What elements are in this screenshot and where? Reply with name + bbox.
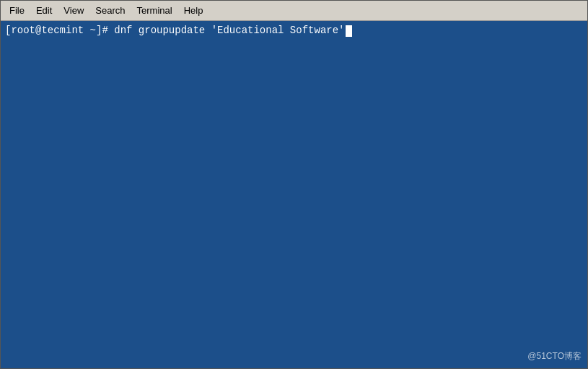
menubar: File Edit View Search Terminal Help [1, 1, 587, 21]
cursor [346, 25, 352, 37]
command-line: [root@tecmint ~]# dnf groupupdate 'Educa… [5, 24, 583, 38]
terminal-window: File Edit View Search Terminal Help [roo… [0, 0, 588, 369]
prompt: [root@tecmint ~]# [5, 24, 114, 38]
menu-file[interactable]: File [4, 3, 30, 18]
menu-help[interactable]: Help [178, 3, 209, 18]
menu-edit[interactable]: Edit [30, 3, 58, 18]
command-text: dnf groupupdate 'Educational Software' [114, 24, 344, 38]
terminal-body[interactable]: [root@tecmint ~]# dnf groupupdate 'Educa… [1, 21, 587, 368]
watermark: @51CTO博客 [527, 350, 582, 363]
menu-search[interactable]: Search [89, 3, 131, 18]
menu-view[interactable]: View [58, 3, 89, 18]
menu-terminal[interactable]: Terminal [131, 3, 178, 18]
